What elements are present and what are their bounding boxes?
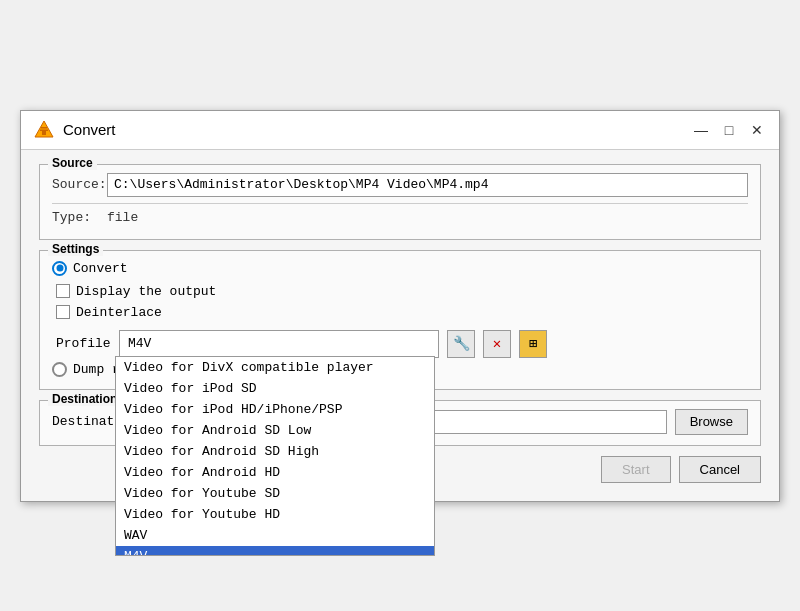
type-label: Type: bbox=[52, 210, 107, 225]
dropdown-list[interactable]: Video for DivX compatible player Video f… bbox=[115, 356, 435, 556]
profile-label: Profile bbox=[56, 336, 111, 351]
title-left: Convert bbox=[33, 119, 116, 141]
type-row: Type: file bbox=[52, 210, 748, 225]
dropdown-item-wav[interactable]: WAV bbox=[116, 525, 434, 546]
window-title: Convert bbox=[63, 121, 116, 138]
wrench-button[interactable]: 🔧 bbox=[447, 330, 475, 358]
type-value: file bbox=[107, 210, 138, 225]
browse-button[interactable]: Browse bbox=[675, 409, 748, 435]
main-window: Convert — □ ✕ Source Source: Type: file … bbox=[20, 110, 780, 502]
dropdown-item-android-hd[interactable]: Video for Android HD bbox=[116, 462, 434, 483]
maximize-button[interactable]: □ bbox=[719, 120, 739, 140]
convert-radio-row[interactable]: Convert bbox=[52, 261, 748, 276]
dropdown-item-m4v[interactable]: M4V bbox=[116, 546, 434, 556]
source-input[interactable] bbox=[107, 173, 748, 197]
convert-label: Convert bbox=[73, 261, 128, 276]
title-controls: — □ ✕ bbox=[691, 120, 767, 140]
dropdown-item-youtube-hd[interactable]: Video for Youtube HD bbox=[116, 504, 434, 525]
deinterlace-checkbox[interactable] bbox=[56, 305, 70, 319]
display-output-checkbox[interactable] bbox=[56, 284, 70, 298]
source-group: Source Source: Type: file bbox=[39, 164, 761, 240]
minimize-button[interactable]: — bbox=[691, 120, 711, 140]
delete-profile-button[interactable]: ✕ bbox=[483, 330, 511, 358]
dropdown-item-android-sd-high[interactable]: Video for Android SD High bbox=[116, 441, 434, 462]
close-button[interactable]: ✕ bbox=[747, 120, 767, 140]
profile-dropdown-container[interactable]: Video for DivX compatible player Video f… bbox=[119, 330, 439, 358]
svg-rect-1 bbox=[42, 131, 46, 135]
source-row: Source: bbox=[52, 173, 748, 197]
profile-select[interactable]: Video for DivX compatible player Video f… bbox=[119, 330, 439, 358]
dropdown-item-ipod-sd[interactable]: Video for iPod SD bbox=[116, 378, 434, 399]
destination-group-title: Destination bbox=[48, 392, 121, 406]
dropdown-item-android-sd-low[interactable]: Video for Android SD Low bbox=[116, 420, 434, 441]
display-output-label: Display the output bbox=[76, 284, 216, 299]
wrench-icon: 🔧 bbox=[453, 335, 470, 352]
content-area: Source Source: Type: file Settings Conve… bbox=[21, 150, 779, 501]
source-group-title: Source bbox=[48, 156, 97, 170]
settings-group: Settings Convert Display the output Dein… bbox=[39, 250, 761, 390]
source-label: Source: bbox=[52, 177, 107, 192]
settings-group-title: Settings bbox=[48, 242, 103, 256]
vlc-logo bbox=[33, 119, 55, 141]
delete-icon: ✕ bbox=[493, 335, 501, 352]
dropdown-item-ipod-hd[interactable]: Video for iPod HD/iPhone/PSP bbox=[116, 399, 434, 420]
dropdown-item-youtube-sd[interactable]: Video for Youtube SD bbox=[116, 483, 434, 504]
dump-raw-radio[interactable] bbox=[52, 362, 67, 377]
cancel-button[interactable]: Cancel bbox=[679, 456, 761, 483]
title-bar: Convert — □ ✕ bbox=[21, 111, 779, 150]
deinterlace-row[interactable]: Deinterlace bbox=[56, 305, 748, 320]
svg-rect-3 bbox=[40, 129, 48, 131]
new-profile-button[interactable]: ⊞ bbox=[519, 330, 547, 358]
start-button[interactable]: Start bbox=[601, 456, 670, 483]
convert-radio[interactable] bbox=[52, 261, 67, 276]
deinterlace-label: Deinterlace bbox=[76, 305, 162, 320]
grid-icon: ⊞ bbox=[529, 335, 537, 352]
display-output-row[interactable]: Display the output bbox=[56, 284, 748, 299]
profile-row: Profile Video for DivX compatible player… bbox=[56, 330, 748, 358]
dropdown-item-divx[interactable]: Video for DivX compatible player bbox=[116, 357, 434, 378]
svg-rect-2 bbox=[41, 127, 47, 129]
source-divider bbox=[52, 203, 748, 204]
